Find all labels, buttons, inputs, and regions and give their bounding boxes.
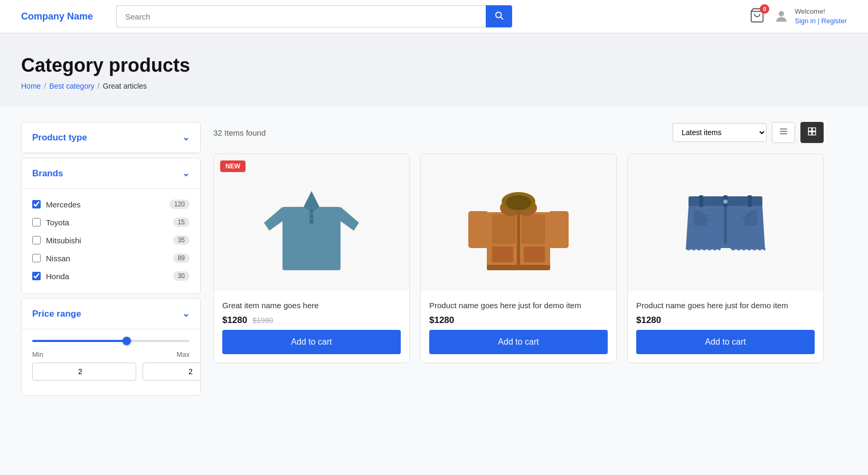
product-info-1: Great item name goes here $1280 $1980 Ad…: [214, 291, 409, 363]
price-min-label: Min: [32, 350, 43, 358]
brands-filter: Brands ⌄ Mercedes 120 Toyota 15: [21, 158, 201, 294]
brand-label-nissan: Nissan: [46, 254, 70, 263]
brands-header[interactable]: Brands ⌄: [22, 158, 200, 189]
new-badge-1: NEW: [220, 160, 246, 172]
svg-rect-38: [699, 195, 703, 207]
brand-checkbox-nissan[interactable]: [32, 254, 41, 262]
brand-checkbox-toyota[interactable]: [32, 218, 41, 226]
brand-item-honda: Honda 30: [32, 267, 190, 285]
price-max-input[interactable]: [143, 363, 201, 381]
breadcrumb-best-category[interactable]: Best category: [49, 82, 95, 90]
svg-rect-27: [517, 212, 520, 270]
add-to-cart-button-3[interactable]: Add to cart: [636, 330, 815, 354]
svg-rect-22: [521, 215, 545, 244]
brand-checkbox-mitsubishi[interactable]: [32, 236, 41, 244]
brands-label: Brands: [32, 168, 63, 179]
breadcrumb-current: Great articles: [103, 82, 147, 90]
brand-checkbox-honda[interactable]: [32, 272, 41, 280]
brand-label-mitsubishi: Mitsubishi: [46, 236, 81, 245]
svg-point-3: [779, 11, 784, 16]
price-range-header[interactable]: Price range ⌄: [22, 299, 200, 329]
svg-point-17: [310, 210, 313, 213]
price-range-filter: Price range ⌄ Min Max: [21, 298, 201, 396]
svg-point-30: [506, 195, 531, 210]
breadcrumb-sep-2: /: [98, 82, 100, 90]
brand-count-mitsubishi: 35: [173, 235, 190, 245]
svg-rect-10: [813, 132, 816, 135]
price-inputs: [32, 363, 190, 381]
cart-count: 0: [760, 4, 769, 14]
brand-count-honda: 30: [173, 271, 190, 281]
product-image-1: [259, 165, 364, 281]
add-to-cart-button-1[interactable]: Add to cart: [222, 330, 401, 354]
slider-track: [32, 340, 190, 342]
product-price-3: $1280: [636, 315, 661, 326]
main-content: Product type ⌄ Brands ⌄ Mercedes 120: [0, 106, 845, 416]
user-icon: [773, 8, 789, 24]
brand-label-honda: Honda: [46, 272, 69, 281]
product-name-2: Product name goes here just for demo ite…: [429, 300, 608, 311]
brand-count-mercedes: 120: [169, 200, 190, 209]
svg-marker-36: [728, 207, 765, 249]
product-type-chevron: ⌄: [182, 132, 190, 143]
price-slider-container: Min Max: [32, 336, 190, 387]
cart-button[interactable]: 0: [749, 7, 765, 25]
add-to-cart-button-2[interactable]: Add to cart: [429, 330, 608, 354]
list-view-button[interactable]: [772, 122, 795, 143]
product-image-container-2: [421, 154, 616, 291]
products-toolbar: 32 Items found Latest items Price: Low t…: [213, 122, 824, 143]
product-type-header[interactable]: Product type ⌄: [22, 122, 200, 153]
brand-item-mitsubishi: Mitsubishi 35: [32, 231, 190, 249]
product-card-2: Product name goes here just for demo ite…: [420, 154, 617, 363]
banner: Category products Home / Best category /…: [0, 33, 868, 106]
breadcrumb: Home / Best category / Great articles: [21, 82, 847, 90]
search-input[interactable]: [116, 5, 486, 27]
product-image-2: [466, 165, 571, 281]
products-area: 32 Items found Latest items Price: Low t…: [213, 122, 824, 400]
product-price-1: $1280: [222, 315, 247, 326]
svg-rect-31: [492, 246, 513, 262]
svg-rect-24: [549, 211, 569, 248]
svg-point-18: [310, 215, 313, 218]
breadcrumb-sep-1: /: [44, 82, 46, 90]
svg-rect-39: [748, 195, 752, 207]
product-info-3: Product name goes here just for demo ite…: [628, 291, 823, 363]
sort-select[interactable]: Latest items Price: Low to High Price: H…: [673, 123, 767, 142]
search-button[interactable]: [486, 5, 512, 27]
user-section[interactable]: Welcome! Sign in | Register: [773, 7, 847, 26]
svg-rect-37: [724, 207, 727, 244]
brand-checkbox-mercedes[interactable]: [32, 200, 41, 208]
product-price-row-2: $1280: [429, 315, 608, 326]
price-range-body: Min Max: [22, 329, 200, 395]
search-container: [116, 5, 512, 27]
svg-rect-7: [808, 128, 812, 131]
svg-rect-28: [487, 265, 550, 270]
header: Company Name 0 Welcome! Sig: [0, 0, 868, 33]
sidebar: Product type ⌄ Brands ⌄ Mercedes 120: [21, 122, 201, 400]
price-min-input[interactable]: [32, 363, 136, 381]
product-card-3: Product name goes here just for demo ite…: [627, 154, 824, 363]
slider-thumb[interactable]: [122, 337, 131, 345]
product-name-3: Product name goes here just for demo ite…: [636, 300, 815, 311]
products-grid: NEW: [213, 154, 824, 363]
brand-label-mercedes: Mercedes: [46, 200, 81, 209]
company-name[interactable]: Company Name: [21, 11, 106, 22]
svg-rect-8: [813, 128, 816, 131]
breadcrumb-home[interactable]: Home: [21, 82, 41, 90]
search-icon: [494, 11, 504, 20]
svg-rect-9: [808, 132, 812, 135]
svg-rect-21: [492, 215, 516, 244]
brand-item-nissan: Nissan 89: [32, 249, 190, 267]
product-type-filter: Product type ⌄: [21, 122, 201, 154]
price-labels: Min Max: [32, 350, 190, 358]
grid-view-button[interactable]: [800, 122, 824, 143]
product-image-container-3: [628, 154, 823, 291]
brands-chevron: ⌄: [182, 168, 190, 179]
header-right: 0 Welcome! Sign in | Register: [749, 7, 847, 26]
svg-point-41: [723, 200, 728, 204]
slider-fill: [32, 340, 127, 342]
price-range-label: Price range: [32, 309, 81, 319]
product-price-row-1: $1280 $1980: [222, 315, 401, 326]
list-view-icon: [779, 127, 788, 136]
product-image-3: [673, 165, 778, 281]
